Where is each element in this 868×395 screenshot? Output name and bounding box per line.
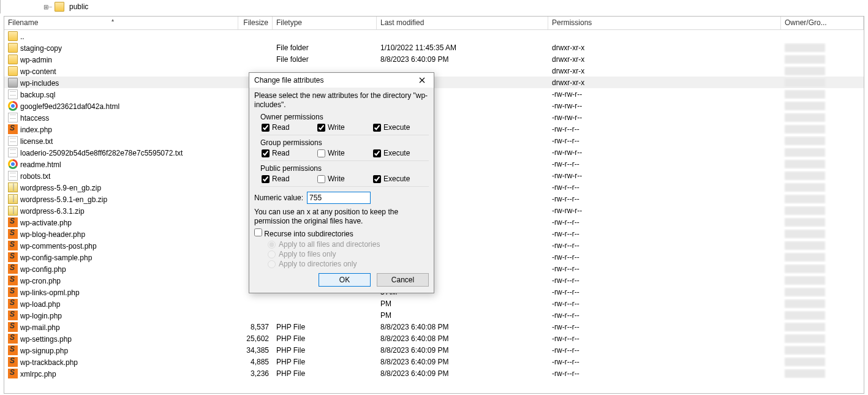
file-owner (781, 299, 864, 309)
file-permissions: -rw-r--r-- (548, 264, 781, 274)
recurse-checkbox[interactable]: Recurse into subdirectories (254, 230, 353, 238)
header-filetype[interactable]: Filetype (273, 17, 377, 29)
sublime-icon (8, 241, 18, 250)
tree-folder-label[interactable]: public (69, 2, 88, 11)
file-name: backup.sql (20, 91, 55, 99)
file-owner (781, 287, 864, 297)
header-filesize[interactable]: Filesize (238, 17, 273, 29)
file-modified: 8/8/2023 6:40:08 PM (377, 334, 548, 344)
tree-expander-icon[interactable]: ⊞┈ (43, 4, 52, 10)
file-row[interactable]: staging-copyFile folder1/10/2022 11:45:3… (4, 42, 864, 53)
file-size (238, 70, 273, 72)
file-icon (8, 89, 18, 99)
header-modified[interactable]: Last modified (377, 17, 548, 29)
file-modified: 8/8/2023 6:40:09 PM (377, 369, 548, 378)
owner-read-checkbox[interactable]: Read (262, 123, 317, 132)
file-size (238, 303, 273, 304)
owner-execute-checkbox[interactable]: Execute (373, 123, 429, 132)
file-name: wp-settings.php (20, 335, 72, 344)
file-permissions: -rw-r--r-- (548, 194, 781, 204)
file-type (273, 303, 377, 304)
group-execute-checkbox[interactable]: Execute (373, 149, 429, 157)
sublime-icon (8, 322, 18, 332)
file-name: wp-trackback.php (20, 358, 78, 367)
file-row[interactable]: wp-mail.php8,537PHP File8/8/2023 6:40:08… (4, 321, 864, 333)
group-write-checkbox[interactable]: Write (317, 149, 373, 157)
file-row[interactable]: wp-load.phpPM-rw-r--r-- (4, 298, 864, 309)
file-owner (781, 252, 864, 262)
numeric-value-input[interactable] (307, 192, 371, 204)
file-owner (781, 78, 864, 88)
zip-icon (8, 194, 18, 204)
cancel-button[interactable]: Cancel (377, 273, 429, 287)
ok-button[interactable]: OK (319, 273, 371, 287)
sublime-icon (8, 357, 18, 367)
file-type: File folder (273, 43, 377, 53)
sublime-icon (8, 276, 18, 285)
file-name: htaccess (20, 114, 49, 122)
file-owner (781, 310, 864, 320)
sublime-icon (8, 310, 18, 320)
file-owner (781, 217, 864, 227)
file-name: loaderio-25092b54d5e8ff6f282e78e7c559507… (20, 149, 183, 157)
file-row[interactable]: xmlrpc.php3,236PHP File8/8/2023 6:40:09 … (4, 367, 864, 379)
file-row[interactable]: wp-settings.php25,602PHP File8/8/2023 6:… (4, 333, 864, 344)
sublime-icon (8, 334, 18, 344)
file-name: wp-includes (20, 79, 59, 88)
public-read-checkbox[interactable]: Read (262, 175, 317, 183)
file-size: 34,385 (238, 345, 273, 355)
folder-icon (55, 2, 64, 12)
group-read-checkbox[interactable]: Read (262, 149, 317, 157)
file-size: 3,236 (238, 369, 273, 378)
close-icon (419, 77, 425, 83)
file-name: staging-copy (20, 44, 62, 53)
folder-icon (8, 43, 18, 53)
file-permissions: -rw-r--r-- (548, 357, 781, 367)
file-permissions: -rw-r--r-- (548, 287, 781, 297)
owner-write-checkbox[interactable]: Write (317, 123, 373, 132)
file-type (273, 315, 377, 316)
file-owner (781, 334, 864, 344)
file-owner (781, 276, 864, 285)
file-row[interactable]: wp-signup.php34,385PHP File8/8/2023 6:40… (4, 344, 864, 356)
file-permissions: -rw-r--r-- (548, 252, 781, 262)
file-permissions: -rw-rw-r-- (548, 113, 781, 122)
folderup-icon (8, 31, 18, 41)
header-filename[interactable]: Filename▴ (4, 17, 238, 29)
file-row[interactable]: wp-adminFile folder8/8/2023 6:40:09 PMdr… (4, 53, 864, 65)
file-owner (781, 101, 864, 111)
public-execute-checkbox[interactable]: Execute (373, 175, 429, 183)
file-owner (781, 369, 864, 378)
file-permissions: -rw-r--r-- (548, 159, 781, 169)
file-owner (781, 66, 864, 76)
file-row[interactable]: wp-trackback.php4,885PHP File8/8/2023 6:… (4, 356, 864, 367)
header-permissions[interactable]: Permissions (548, 17, 781, 29)
file-type (273, 70, 377, 72)
public-write-checkbox[interactable]: Write (317, 175, 373, 183)
file-permissions: -rw-r--r-- (548, 276, 781, 285)
file-name: wp-admin (20, 56, 52, 64)
file-name: googlef9ed23621daf042a.html (20, 102, 119, 111)
header-owner[interactable]: Owner/Gro... (781, 17, 864, 29)
file-permissions: -rw-r--r-- (548, 369, 781, 378)
file-row[interactable]: wp-login.phpPM-rw-r--r-- (4, 309, 864, 321)
chrome-icon (8, 101, 18, 111)
file-row[interactable]: .. (4, 30, 864, 42)
file-owner (781, 89, 864, 99)
dialog-close-button[interactable] (413, 74, 431, 86)
dialog-prompt: Please select the new attributes for the… (254, 91, 429, 110)
file-owner (781, 182, 864, 192)
file-owner (781, 171, 864, 181)
file-owner (781, 36, 864, 37)
file-owner (781, 43, 864, 53)
file-size (238, 47, 273, 48)
sublime-icon (8, 264, 18, 274)
dialog-titlebar[interactable]: Change file attributes (249, 73, 434, 88)
file-name: readme.html (20, 160, 61, 169)
change-attributes-dialog: Change file attributes Please select the… (249, 72, 434, 293)
file-name: wp-login.php (20, 312, 62, 320)
file-permissions: -rw-r--r-- (548, 334, 781, 344)
file-permissions: -rw-r--r-- (548, 124, 781, 134)
file-permissions: -rw-r--r-- (548, 299, 781, 309)
file-size: 25,602 (238, 334, 273, 344)
